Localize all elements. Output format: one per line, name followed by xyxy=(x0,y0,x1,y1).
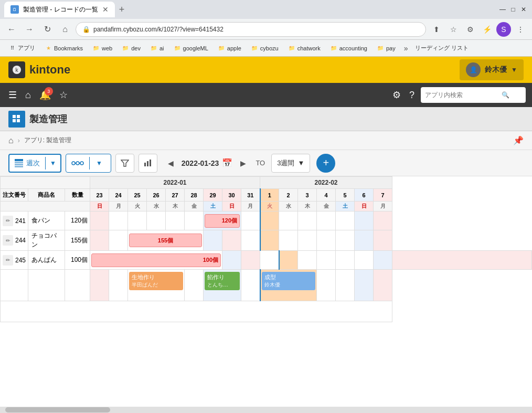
bookmark-apps[interactable]: ⠿ アプリ xyxy=(4,43,39,53)
refresh-button[interactable]: ↻ xyxy=(40,22,55,37)
subtask-empty-3 xyxy=(65,270,90,301)
view-dropdown-button[interactable]: ▼ xyxy=(46,160,60,167)
wd-sun2: 日 xyxy=(222,202,241,211)
nav-home-button[interactable]: ⌂ xyxy=(23,88,33,103)
bookmark-pay[interactable]: 📁 pay xyxy=(373,44,400,53)
cell-feb4 xyxy=(317,230,336,251)
tab-title: 製造管理 - レコードの一覧 xyxy=(23,5,98,14)
bookmark-web[interactable]: 📁 web xyxy=(88,44,116,53)
bookmark-dev[interactable]: 📁 dev xyxy=(118,44,145,53)
subtask-an[interactable]: 餡作り とんち… xyxy=(204,270,241,301)
order-num: 245 xyxy=(15,257,26,264)
search-button[interactable]: 🔍 xyxy=(502,91,509,99)
pin-button[interactable]: 📌 xyxy=(513,135,524,145)
tab-icon: 🗒 xyxy=(10,5,19,14)
gantt-bar-anpan[interactable]: 100個 xyxy=(91,253,221,267)
bookmark-star-button[interactable]: ☆ xyxy=(446,22,461,37)
breadcrumb-home-button[interactable]: ⌂ xyxy=(8,136,14,145)
gantt-bar-chocopan[interactable]: 155個 xyxy=(129,234,202,247)
qty: 155個 xyxy=(65,230,90,251)
add-record-button[interactable]: + xyxy=(316,154,335,173)
subtask-kiji-card[interactable]: 生地作り 半田ぱんだ xyxy=(129,272,183,290)
bookmark-ai[interactable]: 📁 ai xyxy=(146,44,168,53)
back-button[interactable]: ← xyxy=(4,22,19,37)
search-input[interactable] xyxy=(425,91,498,99)
favorites-button[interactable]: ☆ xyxy=(57,87,70,103)
view-selector-left[interactable]: 週次 xyxy=(9,158,45,168)
svg-rect-2 xyxy=(13,115,16,118)
gantt-bar-shokupan[interactable]: 120個 xyxy=(205,214,240,228)
bookmark-apple[interactable]: 📁 apple xyxy=(214,44,246,53)
app-search[interactable]: 🔍 xyxy=(421,87,526,103)
subtask-an-card[interactable]: 餡作り とんち… xyxy=(205,272,240,290)
bookmark-accounting[interactable]: 📁 accounting xyxy=(326,44,371,53)
help-button[interactable]: ? xyxy=(407,88,417,103)
user-menu[interactable]: 👤 鈴木優 ▼ xyxy=(460,59,524,80)
home-button[interactable]: ⌂ xyxy=(58,22,72,37)
user-name: 鈴木優 xyxy=(485,65,507,75)
notification-button[interactable]: 🔔 3 xyxy=(37,87,53,103)
hamburger-menu-button[interactable]: ☰ xyxy=(6,87,19,103)
svg-rect-4 xyxy=(13,119,16,122)
prev-date-button[interactable]: ◀ xyxy=(164,156,178,171)
bookmark-bookmarks[interactable]: ★ Bookmarks xyxy=(40,44,87,53)
cell-anpan-bar-main: 100個 xyxy=(90,251,222,270)
close-window-button[interactable]: ✕ xyxy=(519,5,528,14)
graph-flow-button[interactable]: ▼ xyxy=(66,154,111,173)
day-2: 2 xyxy=(279,189,298,202)
day-28: 28 xyxy=(185,189,204,202)
day-23: 23 xyxy=(90,189,109,202)
subtask-seikei[interactable]: 成型 鈴木優 xyxy=(260,270,317,301)
edit-icon[interactable]: ✏ xyxy=(3,255,13,266)
cell-26 xyxy=(147,211,166,230)
cell-24 xyxy=(109,230,128,251)
minimize-button[interactable]: ― xyxy=(498,5,507,14)
view-toolbar: 週次 ▼ ▼ xyxy=(0,150,532,176)
chart-button[interactable] xyxy=(139,154,157,173)
settings-button[interactable]: ⚙ xyxy=(390,87,403,103)
cell-feb2 xyxy=(298,251,317,270)
profile-button[interactable]: S xyxy=(496,22,511,37)
browser-tab[interactable]: 🗒 製造管理 - レコードの一覧 ✕ xyxy=(4,2,115,17)
bookmark-cybozu[interactable]: 📁 cybozu xyxy=(247,44,283,53)
app-list-icon xyxy=(8,111,25,128)
lightning-button[interactable]: ⚡ xyxy=(480,22,494,37)
col-product-header: 商品名 xyxy=(28,189,65,202)
calendar-icon[interactable]: 📅 xyxy=(222,158,232,168)
cell-feb4 xyxy=(336,251,355,270)
tab-close-button[interactable]: ✕ xyxy=(102,5,109,14)
next-date-button[interactable]: ▶ xyxy=(236,156,250,171)
gantt-chart: 2022-01 2022-02 注文番号 商品名 数量 23 24 25 26 … xyxy=(0,176,532,407)
secure-icon: 🔒 xyxy=(82,26,90,33)
edit-icon[interactable]: ✏ xyxy=(3,235,13,246)
day-30: 30 xyxy=(222,189,241,202)
bookmark-googleml[interactable]: 📁 googleML xyxy=(169,44,212,53)
period-selector[interactable]: 3週間 ▼ xyxy=(271,154,310,173)
horizontal-scrollbar[interactable] xyxy=(0,407,532,413)
edit-icon[interactable]: ✏ xyxy=(3,216,13,226)
view-selector[interactable]: 週次 ▼ xyxy=(8,154,61,173)
day-1: 1 xyxy=(260,189,279,202)
share-button[interactable]: ⬆ xyxy=(429,22,444,37)
svg-rect-9 xyxy=(15,166,23,167)
cell-29-30: 120個 xyxy=(204,211,241,230)
subtask-kiji[interactable]: 生地作り 半田ぱんだ xyxy=(128,270,185,301)
toolbar-actions: ⬆ ☆ ⚙ ⚡ S ⋮ xyxy=(429,22,528,37)
day-7: 7 xyxy=(374,189,392,202)
menu-button[interactable]: ⋮ xyxy=(513,22,528,37)
filter-button[interactable] xyxy=(115,154,134,173)
svg-point-12 xyxy=(80,162,83,165)
bookmark-googleml-label: googleML xyxy=(183,45,208,51)
forward-button[interactable]: → xyxy=(22,22,37,37)
restore-button[interactable]: □ xyxy=(509,5,517,14)
wd-wed1: 水 xyxy=(147,202,166,211)
subtask-seikei-card[interactable]: 成型 鈴木優 xyxy=(262,272,316,290)
bookmark-chatwork[interactable]: 📁 chatwork xyxy=(284,44,325,53)
bookmark-reading-list[interactable]: リーディング リスト xyxy=(411,43,473,53)
scrollbar-thumb[interactable] xyxy=(5,407,110,412)
extensions-button[interactable]: ⚙ xyxy=(463,22,477,37)
cell-feb1 xyxy=(260,211,279,230)
address-bar[interactable]: 🔒 pandafirm.cybozu.com/k/1027/?view=6415… xyxy=(76,22,426,37)
new-tab-button[interactable]: + xyxy=(119,4,125,15)
more-bookmarks-button[interactable]: » xyxy=(402,43,410,54)
